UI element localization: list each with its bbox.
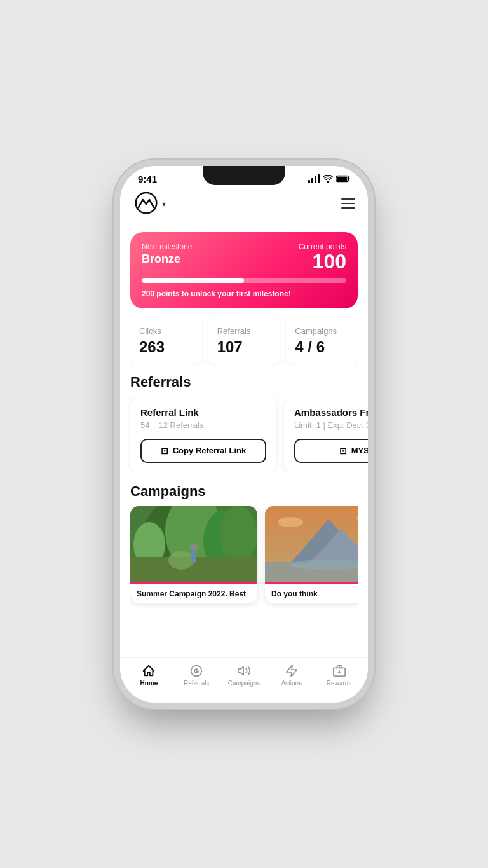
- campaigns-stat-value: 4 / 6: [295, 338, 349, 356]
- copy-icon-2: ⊡: [339, 446, 347, 456]
- stat-card-clicks: Clicks 263: [130, 317, 202, 365]
- milestone-note: 200 points to unlock your first mileston…: [142, 289, 346, 298]
- nav-item-actions[interactable]: Actions: [268, 664, 315, 687]
- progress-bar-fill: [142, 278, 244, 283]
- campaign-card-2[interactable]: Do you think: [265, 506, 358, 603]
- svg-point-11: [168, 551, 194, 570]
- copy-btn-label: Copy Referral Link: [173, 446, 247, 455]
- logo-area[interactable]: ▾: [133, 192, 166, 215]
- svg-point-19: [278, 517, 303, 527]
- ambassador-stat1: Limit: 1 | Exp: Dec. 30: [294, 420, 368, 430]
- wifi-icon: [323, 175, 333, 183]
- campaigns-section: Summer Campaign 2022. Best: [120, 506, 368, 609]
- nav-label-campaigns: Campaigns: [228, 680, 261, 687]
- milestone-name: Bronze: [142, 252, 192, 266]
- svg-rect-13: [191, 551, 196, 563]
- nav-label-rewards: Rewards: [327, 680, 351, 687]
- hamburger-menu[interactable]: [341, 198, 355, 209]
- battery-icon: [336, 175, 350, 183]
- stat-card-campaigns: Campaigns 4 / 6: [286, 317, 358, 365]
- nav-label-home: Home: [140, 680, 158, 687]
- svg-point-9: [219, 506, 257, 563]
- app-logo: [133, 192, 159, 215]
- referrals-stat-value: 107: [217, 338, 271, 356]
- nav-item-home[interactable]: Home: [125, 664, 173, 687]
- chevron-down-icon: ▾: [162, 200, 166, 209]
- campaign-label-2: Do you think: [265, 582, 358, 603]
- referral-link-stat2: 12 Referrals: [158, 420, 203, 430]
- svg-marker-23: [238, 667, 243, 675]
- actions-icon: [285, 664, 299, 678]
- copy-referral-link-button[interactable]: ⊡ Copy Referral Link: [140, 439, 266, 463]
- signal-icon: [308, 174, 320, 183]
- nav-item-referrals[interactable]: Referrals: [173, 664, 220, 687]
- campaign-label-1: Summer Campaign 2022. Best: [130, 582, 257, 603]
- referrals-icon: [189, 664, 203, 678]
- clicks-label: Clicks: [139, 326, 193, 336]
- campaign-img-1: [130, 506, 257, 582]
- svg-rect-2: [337, 177, 347, 181]
- referral-link-stat1: 54: [140, 420, 149, 430]
- referral-card-link: Referral Link 54 12 Referrals ⊡ Copy Ref…: [130, 397, 276, 473]
- campaign-card-1[interactable]: Summer Campaign 2022. Best: [130, 506, 257, 603]
- main-scroll-content: Next milestone Bronze Current points 100…: [120, 223, 368, 671]
- ambassador-card-title: Ambassadors Frie: [294, 407, 368, 418]
- rewards-icon: [332, 664, 346, 678]
- campaign-img-2: [265, 506, 358, 582]
- clicks-value: 263: [139, 338, 193, 356]
- home-icon: [142, 664, 156, 678]
- status-time: 9:41: [138, 174, 157, 184]
- campaigns-icon: [237, 664, 251, 678]
- current-points-label: Current points: [299, 242, 346, 251]
- referrals-stat-label: Referrals: [217, 326, 271, 336]
- stat-card-referrals: Referrals 107: [208, 317, 280, 365]
- milestone-card: Next milestone Bronze Current points 100…: [130, 232, 358, 308]
- referral-link-title: Referral Link: [140, 407, 266, 418]
- campaigns-section-title: Campaigns: [130, 483, 358, 500]
- nav-label-referrals: Referrals: [184, 680, 210, 687]
- referrals-section-title: Referrals: [130, 374, 358, 390]
- referral-card-ambassador: Ambassadors Frie Limit: 1 | Exp: Dec. 30…: [284, 397, 368, 473]
- ambassador-copy-button[interactable]: ⊡ MYSH: [294, 439, 368, 463]
- ambassador-stats: Limit: 1 | Exp: Dec. 30: [294, 420, 368, 430]
- app-header: ▾: [120, 187, 368, 223]
- nav-item-campaigns[interactable]: Campaigns: [220, 664, 268, 687]
- nav-item-rewards[interactable]: Rewards: [315, 664, 363, 687]
- svg-point-0: [327, 181, 329, 183]
- svg-point-12: [190, 544, 198, 551]
- referral-link-stats: 54 12 Referrals: [140, 420, 266, 430]
- referrals-scroll: Referral Link 54 12 Referrals ⊡ Copy Ref…: [120, 397, 368, 473]
- stats-row: Clicks 263 Referrals 107 Campaigns 4 / 6: [130, 317, 358, 365]
- campaigns-stat-label: Campaigns: [295, 326, 349, 336]
- svg-marker-24: [287, 665, 297, 677]
- current-points-value: 100: [299, 251, 346, 272]
- bottom-nav: Home Referrals Campaigns: [120, 657, 368, 703]
- campaigns-scroll: Summer Campaign 2022. Best: [130, 506, 358, 609]
- ambassador-btn-label: MYSH: [351, 446, 368, 455]
- copy-icon: ⊡: [161, 446, 168, 456]
- progress-bar-container: [142, 278, 346, 283]
- status-icons: [308, 174, 350, 183]
- nav-label-actions: Actions: [281, 680, 302, 687]
- milestone-label: Next milestone: [142, 242, 192, 251]
